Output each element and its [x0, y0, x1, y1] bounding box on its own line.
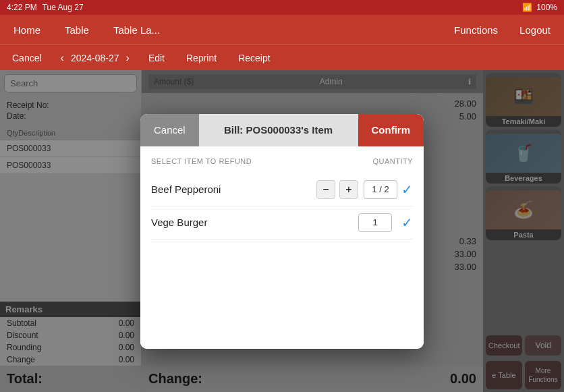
modal-item-row: Beef Pepperoni − + 1 / 2 ✓	[151, 173, 413, 206]
select-item-label: SELECT ITEM TO REFUND	[151, 157, 252, 165]
date-next-btn[interactable]: ›	[123, 52, 132, 64]
nav-logout[interactable]: Logout	[514, 22, 556, 38]
modal: Cancel Bill: POS000033's Item Confirm SE…	[140, 114, 424, 349]
modal-title: Bill: POS000033's Item	[199, 114, 358, 146]
modal-header: Cancel Bill: POS000033's Item Confirm	[140, 114, 424, 146]
nav-table[interactable]: Table	[59, 22, 94, 38]
item-name-1: Beef Pepperoni	[151, 184, 316, 195]
date-nav: ‹ 2024-08-27 ›	[58, 52, 132, 64]
check-icon-1: ✓	[401, 181, 413, 198]
date-prev-btn[interactable]: ‹	[58, 52, 67, 64]
modal-item-row: Vege Burger 1 ✓	[151, 206, 413, 240]
wifi-icon: 📶	[522, 3, 532, 12]
nav-home[interactable]: Home	[8, 22, 46, 38]
qty-display-2: 1	[358, 213, 392, 232]
receipt-bar: Cancel ‹ 2024-08-27 › Edit Reprint Recei…	[0, 45, 564, 70]
edit-btn[interactable]: Edit	[143, 50, 170, 66]
receipt-btn[interactable]: Receipt	[233, 50, 275, 66]
modal-confirm-btn[interactable]: Confirm	[358, 114, 424, 146]
top-nav: Home Table Table La... Functions Logout	[0, 15, 564, 45]
qty-decrease-btn-1[interactable]: −	[316, 180, 335, 199]
time-display: 4:22 PM	[7, 3, 37, 12]
qty-increase-btn-1[interactable]: +	[339, 180, 358, 199]
qty-display-1: 1 / 2	[364, 180, 397, 199]
receipt-cancel-btn[interactable]: Cancel	[7, 50, 47, 66]
modal-cancel-btn[interactable]: Cancel	[140, 114, 199, 146]
modal-body: SELECT ITEM TO REFUND QUANTITY Beef Pepp…	[140, 146, 424, 349]
modal-col-headers: SELECT ITEM TO REFUND QUANTITY	[151, 157, 413, 165]
modal-overlay: Cancel Bill: POS000033's Item Confirm SE…	[0, 70, 564, 392]
check-icon-2: ✓	[401, 215, 413, 231]
qty-control-1: − +	[316, 180, 358, 199]
day-display: Tue Aug 27	[43, 3, 84, 12]
nav-functions[interactable]: Functions	[449, 22, 503, 38]
reprint-btn[interactable]: Reprint	[181, 50, 222, 66]
status-bar: 4:22 PM Tue Aug 27 📶 100%	[0, 0, 564, 15]
date-display: 2024-08-27	[71, 53, 119, 63]
battery-display: 100%	[536, 3, 557, 12]
item-name-2: Vege Burger	[151, 217, 358, 228]
quantity-label: QUANTITY	[372, 157, 413, 165]
main-content: Receipt No: Date: Qty Description POS000…	[0, 70, 564, 392]
nav-table-la[interactable]: Table La...	[108, 22, 165, 38]
